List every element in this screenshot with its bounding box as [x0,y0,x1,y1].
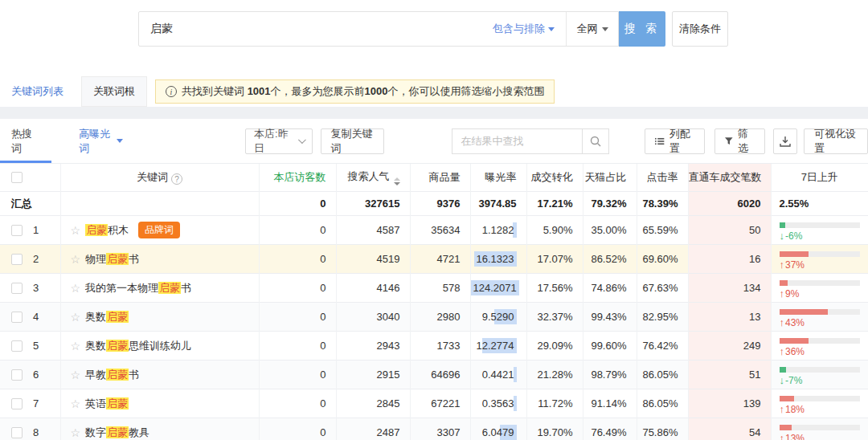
cell-ztc-orders: 16 [688,245,771,274]
cell-exposure: 0.3563 [480,396,517,411]
scope-dropdown[interactable]: 全网 [567,22,618,36]
star-favorite-icon[interactable]: ☆ [71,224,81,237]
star-favorite-icon[interactable]: ☆ [71,311,81,324]
keyword-highlight: 启蒙 [106,369,129,381]
keyword-text: 物理启蒙书 [85,252,139,267]
sort-icon[interactable] [394,177,400,185]
cell-visitors: 0 [259,274,336,303]
header-keyword: 关键词? [60,164,259,192]
keyword-text: 启蒙积木 [85,223,129,238]
select-all-checkbox[interactable] [11,172,23,183]
table-header-row: 关键词? 本店访客数 搜索人气 商品量 曝光率 成交转化 天猫占比 点击率 直通… [0,164,868,192]
keyword-table-row: 6 ☆ 早教启蒙书 0 2915 64696 0.4421 21.28% 98.… [0,361,868,389]
cell-tmall-share: 76.49% [583,418,637,440]
cell-items: 1733 [410,332,470,361]
keywords-table: 关键词? 本店访客数 搜索人气 商品量 曝光率 成交转化 天猫占比 点击率 直通… [0,163,868,440]
tab-high-exposure-words[interactable]: 高曝光词 [79,127,123,156]
summary-tmall-share: 79.32% [583,192,637,216]
row-checkbox[interactable] [11,398,23,409]
tab-related-roots[interactable]: 关联词根 [81,76,147,107]
filter-button[interactable]: 筛选 [714,128,765,154]
find-search-button[interactable] [582,128,609,154]
cell-search-pop: 4146 [336,274,410,303]
cell-conversion: 29.09% [526,332,583,361]
rise-bar-fill [780,222,785,228]
shop-date-select[interactable]: 本店:昨日 [245,128,312,154]
row-checkbox[interactable] [11,225,23,236]
tab-keyword-list[interactable]: 关键词列表 [0,76,75,107]
row-index: 6 [33,369,39,381]
cell-ztc-orders: 50 [688,216,771,245]
star-favorite-icon[interactable]: ☆ [71,253,81,266]
row-checkbox[interactable] [11,369,23,381]
search-button[interactable]: 搜 索 [619,11,665,47]
include-exclude-dropdown[interactable]: 包含与排除 [493,22,566,36]
result-count-notice: i 共找到关键词 1001个，最多为您展示前1000个，你可以使用筛选缩小搜索范… [155,79,555,104]
header-7day-rise: 7日上升 [771,164,868,192]
high-exposure-label: 高曝光词 [79,127,112,156]
copy-keywords-button[interactable]: 复制关键词 [321,128,385,154]
cell-items: 2980 [410,303,470,332]
cell-ctr: 82.95% [637,303,688,332]
chevron-down-icon [548,27,555,31]
notice-text: 共找到关键词 1001个，最多为您展示前1000个，你可以使用筛选缩小搜索范围 [182,84,544,99]
row-checkbox[interactable] [11,427,23,438]
cell-items: 3307 [410,418,470,440]
tab-hot-search-words[interactable]: 热搜词 [11,127,37,156]
cell-items: 578 [410,274,470,303]
info-icon: i [166,86,177,97]
row-checkbox[interactable] [11,254,23,265]
header-exposure-rate: 曝光率 [470,164,526,192]
cell-exposure: 0.4421 [480,367,517,382]
cell-items: 64696 [410,361,470,389]
row-checkbox[interactable] [11,312,23,323]
keyword-search-box: 包含与排除 全网 [138,11,619,47]
row-index: 1 [33,224,39,236]
cell-visitors: 0 [259,303,336,332]
star-favorite-icon[interactable]: ☆ [71,340,81,352]
rise-bar-track [780,338,860,344]
cell-items: 35634 [410,216,470,245]
star-favorite-icon[interactable]: ☆ [71,426,81,439]
keyword-text: 早教启蒙书 [85,368,139,382]
cell-conversion: 19.70% [526,418,583,440]
rise-bar-track [780,309,860,315]
cell-ctr: 86.05% [637,389,688,418]
star-favorite-icon[interactable]: ☆ [71,397,81,410]
cell-ctr: 69.60% [637,245,688,274]
rise-arrow-icon: ↓ [780,374,785,386]
rise-bar-track [780,425,860,430]
cell-7day-rise: ↑18% [772,396,868,415]
column-config-button[interactable]: 列配置 [645,128,705,154]
filter-label: 筛选 [738,127,755,156]
table-toolbar: 热搜词 高曝光词 本店:昨日 复制关键词 列 [0,119,868,163]
cell-ztc-orders: 54 [688,418,771,440]
cell-tmall-share: 35.00% [583,216,637,245]
summary-row: 汇总 0 327615 9376 3974.85 17.21% 79.32% 7… [0,192,868,216]
row-checkbox[interactable] [11,340,23,352]
header-search-popularity[interactable]: 搜索人气 [336,164,410,192]
summary-ctr: 78.39% [637,192,688,216]
cell-ctr: 75.86% [637,418,688,440]
row-checkbox[interactable] [11,283,23,294]
clear-conditions-button[interactable]: 清除条件 [672,11,728,47]
visualization-settings-button[interactable]: 可视化设置 [804,128,868,154]
include-exclude-label: 包含与排除 [493,22,545,36]
star-favorite-icon[interactable]: ☆ [71,282,81,295]
row-index: 7 [33,397,39,409]
header-item-count: 商品量 [410,164,470,192]
cell-ztc-orders: 13 [688,303,771,332]
rise-arrow-icon: ↑ [780,287,785,299]
find-in-results-input[interactable] [452,128,582,154]
keyword-search-input[interactable] [139,22,493,35]
cell-search-pop: 2915 [336,361,410,389]
keyword-text: 英语启蒙 [85,397,129,411]
cell-visitors: 0 [259,361,336,389]
cell-tmall-share: 86.52% [583,245,637,274]
help-icon[interactable]: ? [171,173,182,185]
cell-exposure: 124.2071 [471,280,519,295]
star-favorite-icon[interactable]: ☆ [71,369,81,381]
download-button[interactable] [773,128,797,154]
cell-items: 67221 [410,389,470,418]
cell-ctr: 76.42% [637,332,688,361]
